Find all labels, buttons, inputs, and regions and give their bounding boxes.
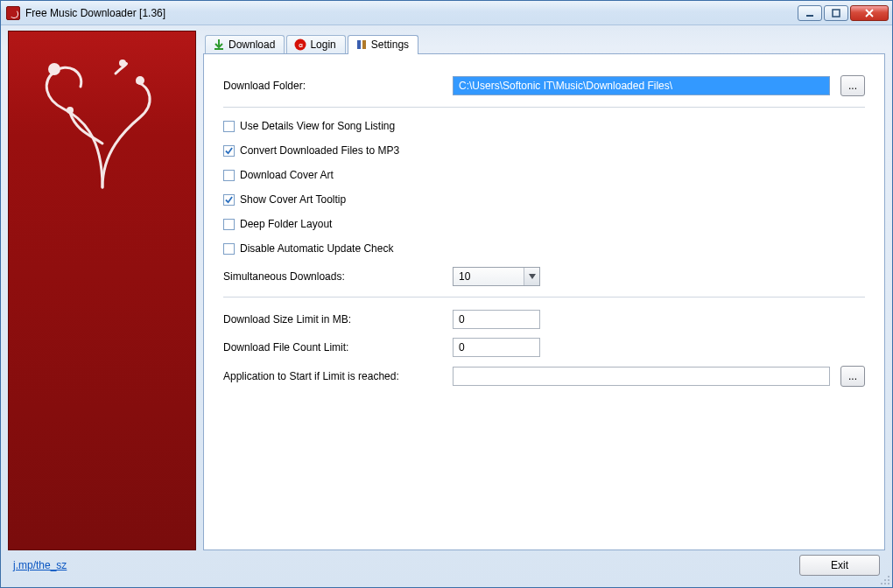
separator (223, 107, 865, 108)
svg-rect-13 (888, 579, 889, 581)
window-title: Free Music Downloader [1.36] (25, 7, 165, 19)
separator (223, 297, 865, 298)
svg-point-4 (67, 107, 74, 114)
tab-download-label: Download (229, 38, 275, 51)
check-cover-art[interactable]: Download Cover Art (223, 169, 865, 181)
simultaneous-downloads-label: Simultaneous Downloads: (223, 270, 442, 283)
maximize-button[interactable] (824, 5, 848, 21)
settings-tools-icon (355, 38, 368, 51)
settings-panel: Download Folder: ... Use Details View fo… (203, 53, 885, 550)
maximize-icon (832, 9, 840, 18)
count-limit-input[interactable] (453, 338, 540, 357)
lastfm-icon: ɑ (294, 38, 306, 51)
svg-rect-6 (214, 48, 223, 50)
check-convert-mp3[interactable]: Convert Downloaded Files to MP3 (223, 144, 865, 157)
check-disable-update-label: Disable Automatic Update Check (240, 242, 393, 255)
app-on-limit-label: Application to Start if Limit is reached… (223, 370, 442, 382)
svg-point-2 (48, 63, 60, 75)
svg-rect-12 (884, 583, 886, 584)
exit-button[interactable]: Exit (799, 555, 880, 576)
svg-rect-14 (881, 583, 882, 584)
window-controls (798, 5, 889, 21)
check-show-tooltip[interactable]: Show Cover Art Tooltip (223, 193, 865, 206)
download-arrow-icon (213, 38, 225, 51)
app-window: Free Music Downloader [1.36] (0, 0, 893, 588)
checkbox-icon (223, 219, 235, 230)
footer-link[interactable]: j.mp/the_sz (13, 559, 67, 571)
tab-settings-label: Settings (371, 38, 409, 51)
titlebar: Free Music Downloader [1.36] (1, 1, 892, 25)
minimize-button[interactable] (798, 5, 822, 21)
tab-login[interactable]: ɑ Login (286, 35, 345, 54)
size-limit-label: Download Size Limit in MB: (223, 313, 442, 326)
svg-rect-0 (806, 15, 813, 17)
checkbox-checked-icon (223, 145, 235, 157)
svg-text:ɑ: ɑ (299, 41, 303, 49)
simultaneous-downloads-value: 10 (459, 270, 470, 283)
svg-rect-11 (888, 583, 889, 584)
check-deep-layout-label: Deep Folder Layout (240, 218, 332, 230)
tab-login-label: Login (310, 38, 335, 51)
tab-settings[interactable]: Settings (348, 35, 418, 54)
svg-rect-16 (888, 576, 889, 578)
simultaneous-downloads-select[interactable]: 10 (453, 267, 540, 286)
tab-download[interactable]: Download (205, 35, 285, 54)
svg-rect-1 (833, 10, 840, 17)
download-folder-label: Download Folder: (223, 80, 442, 92)
check-deep-layout[interactable]: Deep Folder Layout (223, 218, 865, 230)
check-show-tooltip-label: Show Cover Art Tooltip (240, 193, 346, 206)
checkbox-checked-icon (223, 194, 235, 206)
sidebar-art (8, 31, 196, 550)
resize-grip-icon[interactable] (881, 576, 891, 586)
count-limit-label: Download File Count Limit: (223, 341, 442, 354)
checkbox-icon (223, 243, 235, 255)
check-convert-mp3-label: Convert Downloaded Files to MP3 (240, 144, 399, 157)
svg-rect-9 (357, 40, 361, 49)
chevron-down-icon (524, 268, 539, 285)
app-icon (6, 6, 20, 20)
footer: j.mp/the_sz Exit (8, 550, 885, 580)
close-icon (865, 9, 874, 18)
download-folder-input[interactable] (453, 76, 830, 95)
checkbox-icon (223, 170, 235, 181)
svg-point-3 (136, 76, 144, 85)
close-button[interactable] (850, 5, 889, 21)
svg-rect-10 (362, 40, 366, 49)
main-area: Download ɑ Login Settings (203, 31, 885, 550)
app-on-limit-input[interactable] (453, 367, 830, 386)
check-disable-update[interactable]: Disable Automatic Update Check (223, 242, 865, 255)
tabstrip: Download ɑ Login Settings (203, 31, 885, 53)
minimize-icon (805, 9, 814, 18)
swirl-decoration-icon (28, 47, 177, 196)
check-details-view-label: Use Details View for Song Listing (240, 120, 395, 132)
checkbox-icon (223, 121, 235, 132)
browse-folder-button[interactable]: ... (840, 75, 865, 96)
size-limit-input[interactable] (453, 310, 540, 329)
svg-rect-15 (884, 579, 886, 581)
client-area: Download ɑ Login Settings (1, 25, 892, 587)
browse-app-button[interactable]: ... (840, 366, 865, 387)
check-details-view[interactable]: Use Details View for Song Listing (223, 120, 865, 132)
check-cover-art-label: Download Cover Art (240, 169, 334, 181)
